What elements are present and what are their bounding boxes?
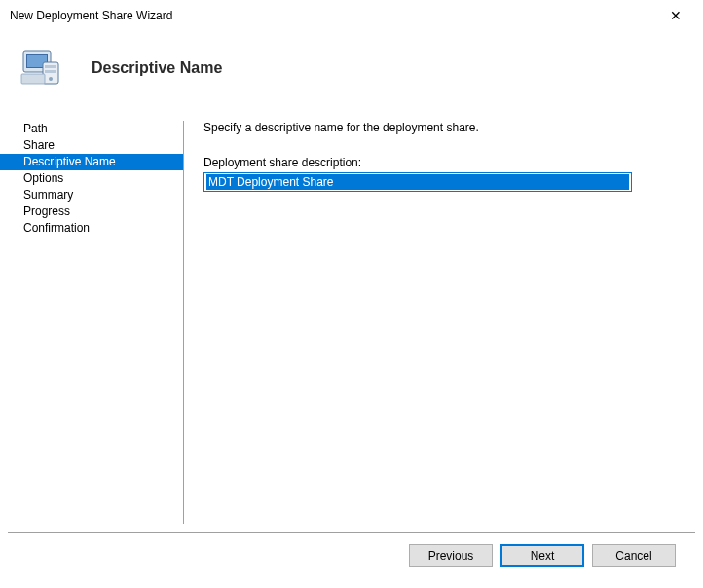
svg-rect-4 [45,65,56,68]
main-content: Specify a descriptive name for the deplo… [184,113,703,532]
sidebar-item-confirmation[interactable]: Confirmation [0,220,183,237]
sidebar-item-path[interactable]: Path [0,121,183,137]
page-title: Descriptive Name [92,59,222,77]
description-input[interactable] [206,174,629,190]
description-field-label: Deployment share description: [204,156,676,169]
svg-rect-5 [45,70,56,73]
wizard-header: Descriptive Name [0,31,703,113]
svg-point-6 [49,77,53,81]
sidebar-item-summary[interactable]: Summary [0,187,183,203]
cancel-button[interactable]: Cancel [592,544,676,567]
previous-button[interactable]: Previous [409,544,493,567]
instruction-text: Specify a descriptive name for the deplo… [204,121,676,134]
wizard-steps-sidebar: Path Share Descriptive Name Options Summ… [0,113,183,532]
svg-rect-7 [21,74,45,84]
window-title: New Deployment Share Wizard [10,9,172,22]
sidebar-item-share[interactable]: Share [0,137,183,154]
wizard-footer: Previous Next Cancel [8,532,695,567]
description-field-wrap[interactable] [204,172,632,192]
computer-icon [18,45,64,92]
wizard-body: Path Share Descriptive Name Options Summ… [0,113,703,532]
sidebar-item-descriptive-name[interactable]: Descriptive Name [0,154,183,170]
close-icon[interactable]: ✕ [656,8,695,23]
next-button[interactable]: Next [500,544,584,567]
sidebar-item-progress[interactable]: Progress [0,203,183,220]
titlebar: New Deployment Share Wizard ✕ [0,0,703,31]
sidebar-item-options[interactable]: Options [0,170,183,187]
steps-list: Path Share Descriptive Name Options Summ… [0,121,183,237]
